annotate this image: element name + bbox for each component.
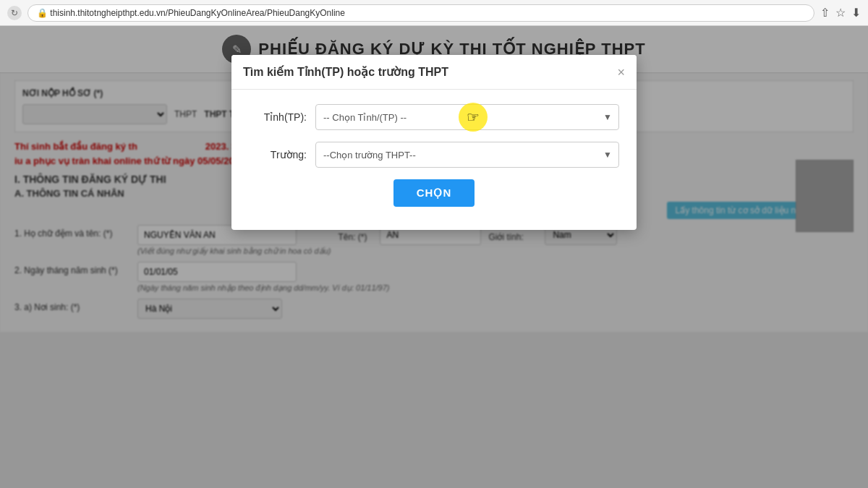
refresh-button[interactable]: ↻ bbox=[7, 6, 22, 20]
address-bar[interactable]: 🔒 thisinh.thitotngheipthpt.edu.vn/PhieuD… bbox=[27, 4, 814, 22]
tinh-label: Tỉnh(TP): bbox=[249, 111, 307, 123]
tinh-select-wrapper: -- Chọn Tỉnh/(TP) -- ▼ ☞ bbox=[315, 104, 619, 130]
truong-select[interactable]: --Chọn trường THPT-- bbox=[315, 142, 619, 168]
page-background: ✎ PHIẾU ĐĂNG KÝ DỰ KỲ THI TỐT NGHIỆP THP… bbox=[0, 26, 868, 488]
truong-row: Trường: --Chọn trường THPT-- ▼ bbox=[249, 142, 619, 168]
url-text: thisinh.thitotngheipthpt.edu.vn/PhieuDan… bbox=[50, 8, 345, 18]
modal-dialog: Tìm kiếm Tỉnh(TP) hoặc trường THPT × Tỉn… bbox=[231, 55, 637, 230]
chon-button[interactable]: CHỌN bbox=[393, 179, 475, 207]
modal-overlay: Tìm kiếm Tỉnh(TP) hoặc trường THPT × Tỉn… bbox=[0, 26, 868, 488]
modal-header: Tìm kiếm Tỉnh(TP) hoặc trường THPT × bbox=[231, 55, 637, 90]
tinh-select[interactable]: -- Chọn Tỉnh/(TP) -- bbox=[315, 104, 619, 130]
modal-body: Tỉnh(TP): -- Chọn Tỉnh/(TP) -- ▼ ☞ bbox=[231, 90, 637, 230]
lock-icon: 🔒 bbox=[37, 8, 48, 18]
share-button[interactable]: ⇧ bbox=[820, 6, 830, 20]
bookmark-button[interactable]: ☆ bbox=[835, 6, 846, 20]
modal-title: Tìm kiếm Tỉnh(TP) hoặc trường THPT bbox=[243, 65, 448, 79]
browser-nav-controls[interactable]: ↻ bbox=[7, 6, 22, 20]
tinh-row: Tỉnh(TP): -- Chọn Tỉnh/(TP) -- ▼ ☞ bbox=[249, 104, 619, 130]
download-button[interactable]: ⬇ bbox=[851, 6, 861, 20]
modal-close-button[interactable]: × bbox=[617, 66, 625, 79]
truong-label: Trường: bbox=[249, 149, 307, 160]
browser-chrome: ↻ 🔒 thisinh.thitotngheipthpt.edu.vn/Phie… bbox=[0, 0, 868, 26]
modal-footer: CHỌN bbox=[249, 179, 619, 213]
browser-action-buttons: ⇧ ☆ ⬇ bbox=[820, 6, 861, 20]
truong-select-wrapper: --Chọn trường THPT-- ▼ bbox=[315, 142, 619, 168]
